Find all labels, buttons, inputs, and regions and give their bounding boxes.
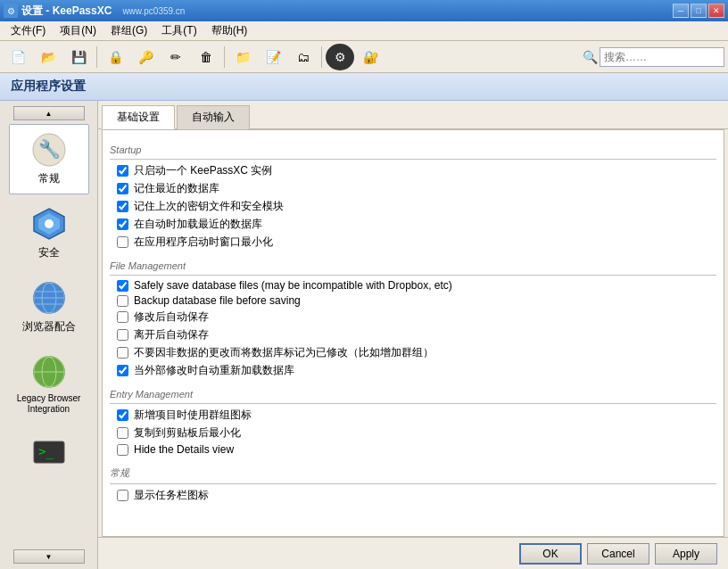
toolbar-edit-group[interactable]: 📝 (259, 44, 287, 70)
label-systray[interactable]: 显示任务栏图标 (134, 488, 209, 503)
toolbar-separator-1 (96, 46, 97, 68)
search-input[interactable] (600, 47, 724, 67)
sidebar-item-general[interactable]: 🔧 常规 (9, 124, 89, 194)
app-icon: ⚙ (4, 4, 18, 18)
toolbar-delete-group[interactable]: 🗂 (289, 44, 318, 70)
minimize-button[interactable]: ─ (673, 4, 689, 18)
toolbar-settings[interactable]: ⚙ (326, 44, 354, 70)
legacy-icon (31, 354, 67, 390)
watermark: www.pc0359.cn (122, 6, 185, 16)
sidebar-item-security[interactable]: 安全 (9, 198, 89, 268)
checkbox-no-modify[interactable] (117, 347, 128, 359)
label-group-icon[interactable]: 新增项目时使用群组图标 (134, 408, 252, 423)
bottom-bar: OK Cancel Apply (98, 537, 728, 569)
toolbar-separator-2 (224, 46, 225, 68)
content-area: ▲ 🔧 常规 安全 (0, 101, 728, 569)
general-item-0: 显示任务栏图标 (110, 488, 716, 503)
general-label: 常规 (38, 172, 60, 185)
label-autosave-leave[interactable]: 离开后自动保存 (134, 327, 209, 342)
file-section-title: File Management (110, 260, 716, 271)
toolbar-add-group[interactable]: 📁 (228, 44, 257, 70)
toolbar-edit-entry[interactable]: ✏ (161, 44, 190, 70)
checkbox-autosave-modify[interactable] (117, 311, 128, 323)
checkbox-reload-external[interactable] (117, 365, 128, 376)
file-divider (110, 275, 716, 276)
toolbar-delete-entry[interactable]: 🗑 (192, 44, 220, 70)
checkbox-remember-key[interactable] (117, 201, 128, 212)
file-item-5: 当外部修改时自动重新加载数据库 (110, 363, 716, 378)
sidebar-item-browser[interactable]: 浏览器配合 (9, 272, 89, 342)
toolbar-lock[interactable]: 🔒 (101, 44, 129, 70)
label-reload-external[interactable]: 当外部修改时自动重新加载数据库 (134, 363, 294, 378)
sidebar-item-terminal[interactable]: >_ (9, 426, 89, 482)
checkbox-single-instance[interactable] (117, 165, 128, 177)
label-hide-details[interactable]: Hide the Details view (134, 443, 234, 456)
checkbox-remember-db[interactable] (117, 183, 128, 194)
menu-tools[interactable]: 工具(T) (154, 21, 203, 40)
page-title: 应用程序设置 (0, 73, 728, 101)
label-backup[interactable]: Backup database file before saving (134, 294, 301, 307)
checkbox-minimize-startup[interactable] (117, 236, 128, 248)
toolbar-separator-3 (321, 46, 322, 68)
menu-entry[interactable]: 项目(N) (53, 21, 103, 40)
general-divider (110, 483, 716, 484)
label-no-modify[interactable]: 不要因非数据的更改而将数据库标记为已修改（比如增加群组） (134, 345, 434, 360)
checkbox-autoload[interactable] (117, 219, 128, 230)
file-item-3: 离开后自动保存 (110, 327, 716, 342)
startup-item-4: 在应用程序启动时窗口最小化 (110, 235, 716, 250)
menu-help[interactable]: 帮助(H) (204, 21, 255, 40)
label-safe-save[interactable]: Safely save database files (may be incom… (134, 279, 452, 292)
label-autosave-modify[interactable]: 修改后自动保存 (134, 309, 209, 325)
startup-section-title: Startup (110, 144, 716, 155)
close-button[interactable]: ✕ (708, 4, 724, 18)
checkbox-group-icon[interactable] (117, 409, 128, 421)
checkbox-autosave-leave[interactable] (117, 329, 128, 341)
checkbox-minimize-copy[interactable] (117, 427, 128, 439)
browser-icon (31, 280, 67, 316)
entry-divider (110, 403, 716, 404)
file-item-1: Backup database file before saving (110, 294, 716, 307)
label-remember-db[interactable]: 记住最近的数据库 (134, 181, 219, 196)
label-minimize-startup[interactable]: 在应用程序启动时窗口最小化 (134, 235, 273, 250)
file-item-4: 不要因非数据的更改而将数据库标记为已修改（比如增加群组） (110, 345, 716, 360)
label-remember-key[interactable]: 记住上次的密钥文件和安全模块 (134, 199, 284, 214)
entry-item-0: 新增项目时使用群组图标 (110, 408, 716, 423)
toolbar-lock2[interactable]: 🔐 (356, 44, 385, 70)
toolbar-open[interactable]: 📂 (34, 44, 62, 70)
label-single-instance[interactable]: 只启动一个 KeePassXC 实例 (134, 163, 272, 178)
toolbar-new[interactable]: 📄 (4, 44, 32, 70)
tab-basic[interactable]: 基础设置 (102, 105, 175, 129)
menu-file[interactable]: 文件(F) (4, 21, 53, 40)
startup-item-3: 在自动时加载最近的数据库 (110, 217, 716, 232)
sidebar-scroll-down[interactable]: ▼ (13, 549, 85, 564)
tab-autotype[interactable]: 自动输入 (177, 105, 250, 129)
apply-button[interactable]: Apply (655, 543, 717, 565)
cancel-button[interactable]: Cancel (587, 543, 649, 565)
browser-label: 浏览器配合 (22, 320, 76, 333)
toolbar-add-entry[interactable]: 🔑 (131, 44, 160, 70)
menu-group[interactable]: 群组(G) (103, 21, 154, 40)
search-area: 🔍 (583, 47, 724, 67)
settings-panel: Startup 只启动一个 KeePassXC 实例 记住最近的数据库 记住上次… (102, 129, 724, 537)
search-icon: 🔍 (583, 50, 598, 64)
toolbar-save[interactable]: 💾 (64, 44, 93, 70)
checkbox-hide-details[interactable] (117, 444, 128, 456)
sidebar-scroll-up[interactable]: ▲ (13, 106, 85, 120)
window-controls: ─ □ ✕ (673, 4, 724, 18)
startup-item-2: 记住上次的密钥文件和安全模块 (110, 199, 716, 214)
main-window: 应用程序设置 ▲ 🔧 常规 (0, 73, 728, 569)
checkbox-backup[interactable] (117, 295, 128, 307)
file-item-0: Safely save database files (may be incom… (110, 279, 716, 292)
checkbox-safe-save[interactable] (117, 280, 128, 292)
maximize-button[interactable]: □ (691, 4, 707, 18)
label-minimize-copy[interactable]: 复制到剪贴板后最小化 (134, 425, 241, 441)
sidebar-item-legacy[interactable]: Legacy Browser Integration (9, 346, 89, 423)
entry-item-1: 复制到剪贴板后最小化 (110, 425, 716, 441)
checkbox-systray[interactable] (117, 490, 128, 501)
right-panel: 基础设置 自动输入 Startup 只启动一个 KeePassXC 实例 记住最… (98, 101, 728, 569)
startup-divider (110, 159, 716, 160)
label-autoload[interactable]: 在自动时加载最近的数据库 (134, 217, 262, 232)
menu-bar: 文件(F) 项目(N) 群组(G) 工具(T) 帮助(H) (0, 21, 728, 41)
tabs-container: 基础设置 自动输入 (98, 101, 728, 129)
ok-button[interactable]: OK (519, 543, 582, 565)
